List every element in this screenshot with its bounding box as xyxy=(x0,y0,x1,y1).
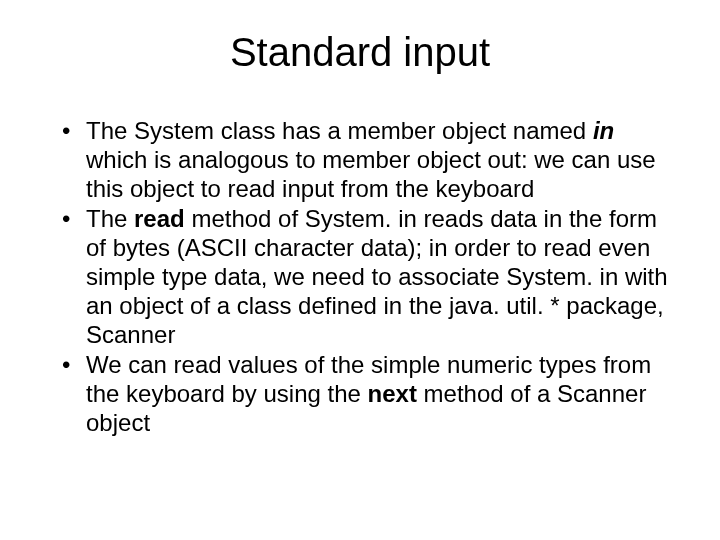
bullet-text: which is analogous to member object out:… xyxy=(86,146,656,202)
list-item: The System class has a member object nam… xyxy=(62,117,674,203)
slide: Standard input The System class has a me… xyxy=(0,0,720,540)
list-item: The read method of System. in reads data… xyxy=(62,205,674,349)
bullet-text: The xyxy=(86,205,134,232)
bullet-list: The System class has a member object nam… xyxy=(40,117,680,438)
bullet-text: The System class has a member object nam… xyxy=(86,117,593,144)
bullet-text-emphasis: in xyxy=(593,117,614,144)
list-item: We can read values of the simple numeric… xyxy=(62,351,674,437)
slide-title: Standard input xyxy=(40,30,680,75)
bullet-text-emphasis: read xyxy=(134,205,185,232)
bullet-text-emphasis: next xyxy=(368,380,417,407)
